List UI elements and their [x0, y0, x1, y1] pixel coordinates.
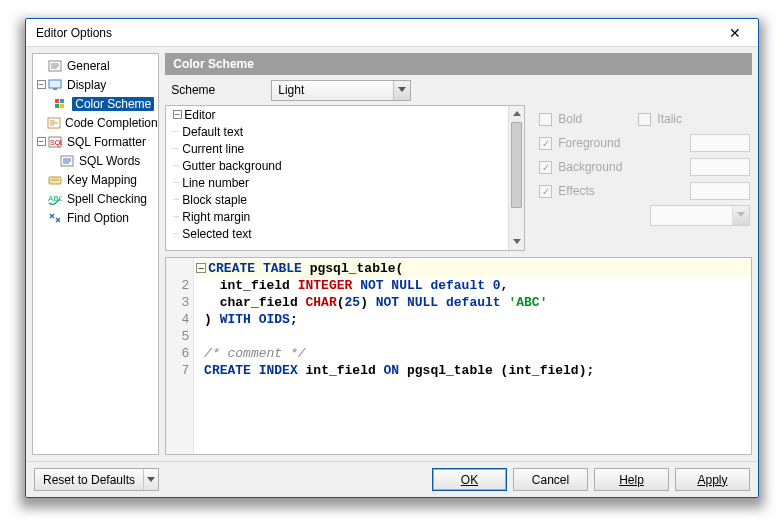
scrollbar[interactable] [508, 106, 524, 250]
sql-formatter-icon: SQL [47, 135, 63, 149]
fold-icon[interactable]: − [196, 263, 206, 273]
color-scheme-icon [54, 97, 68, 111]
apply-button[interactable]: Apply [675, 468, 750, 491]
expand-icon[interactable]: − [35, 80, 47, 89]
tree-item-find-option[interactable]: Find Option [33, 208, 158, 227]
general-icon [47, 59, 63, 73]
tree-item-color-scheme[interactable]: Color Scheme [33, 94, 158, 113]
effects-checkbox[interactable]: ✓Effects [539, 184, 622, 198]
element-item[interactable]: ┈Current line [166, 140, 508, 157]
section-header: Color Scheme [165, 53, 752, 75]
tree-item-code-completion[interactable]: Code Completion [33, 113, 158, 132]
element-item[interactable]: ┈Line number [166, 174, 508, 191]
elements-list[interactable]: −Editor ┈Default text ┈Current line ┈Gut… [165, 105, 525, 251]
line-gutter: 2 3 4 5 6 7 [166, 258, 194, 454]
chevron-down-icon [732, 206, 749, 225]
category-tree[interactable]: General − Display Color Scheme Code Comp… [32, 53, 159, 455]
effects-color[interactable] [690, 182, 750, 200]
scroll-up-icon[interactable] [509, 106, 524, 122]
find-option-icon [47, 211, 63, 225]
tree-item-general[interactable]: General [33, 56, 158, 75]
svg-text:SQL: SQL [50, 139, 62, 147]
foreground-checkbox[interactable]: ✓Foreground [539, 136, 622, 150]
element-group-editor[interactable]: −Editor [166, 106, 508, 123]
svg-rect-8 [55, 104, 59, 108]
key-mapping-icon [47, 173, 63, 187]
svg-rect-5 [53, 88, 57, 90]
spell-checking-icon: ABC [47, 192, 63, 206]
chevron-down-icon [393, 81, 410, 100]
content-pane: Color Scheme Scheme Light −Editor ┈Defau… [165, 53, 752, 455]
tree-item-sql-formatter[interactable]: − SQL SQL Formatter [33, 132, 158, 151]
reset-defaults-button[interactable]: Reset to Defaults [34, 468, 159, 491]
help-button[interactable]: Help [594, 468, 669, 491]
chevron-down-icon[interactable] [143, 469, 158, 490]
element-item[interactable]: ┈Block staple [166, 191, 508, 208]
scroll-down-icon[interactable] [509, 234, 524, 250]
element-item[interactable]: ┈Selected text [166, 225, 508, 242]
element-item[interactable]: ┈Right margin [166, 208, 508, 225]
element-item[interactable]: ┈Gutter background [166, 157, 508, 174]
foreground-color[interactable] [690, 134, 750, 152]
background-checkbox[interactable]: ✓Background [539, 160, 622, 174]
cancel-button[interactable]: Cancel [513, 468, 588, 491]
code-preview: 2 3 4 5 6 7 −CREATE TABLE pgsql_table( i… [165, 257, 752, 455]
element-item[interactable]: ┈Default text [166, 123, 508, 140]
scroll-thumb[interactable] [511, 122, 522, 208]
tree-item-sql-words[interactable]: SQL Words [33, 151, 158, 170]
style-options: Bold Italic ✓Foreground ✓Background ✓Eff… [531, 105, 752, 251]
bold-checkbox[interactable]: Bold [539, 112, 622, 126]
expand-icon[interactable]: − [35, 137, 47, 146]
italic-checkbox[interactable]: Italic [638, 112, 682, 126]
scheme-dropdown[interactable]: Light [271, 80, 411, 101]
svg-rect-6 [55, 99, 59, 103]
svg-rect-7 [60, 99, 64, 103]
svg-text:ABC: ABC [48, 194, 62, 203]
close-button[interactable]: ✕ [718, 22, 752, 44]
display-icon [47, 78, 63, 92]
tree-item-key-mapping[interactable]: Key Mapping [33, 170, 158, 189]
code-area[interactable]: −CREATE TABLE pgsql_table( int_field INT… [194, 258, 751, 454]
tree-item-display[interactable]: − Display [33, 75, 158, 94]
editor-options-dialog: Editor Options ✕ General − Display Color… [25, 18, 759, 498]
dialog-footer: Reset to Defaults OK Cancel Help Apply [26, 461, 758, 497]
dialog-title: Editor Options [36, 26, 718, 40]
svg-rect-9 [60, 104, 64, 108]
tree-item-spell-checking[interactable]: ABC Spell Checking [33, 189, 158, 208]
sql-words-icon [59, 154, 75, 168]
code-completion-icon [47, 116, 61, 130]
ok-button[interactable]: OK [432, 468, 507, 491]
scheme-label: Scheme [171, 83, 271, 97]
svg-rect-4 [49, 80, 61, 88]
titlebar: Editor Options ✕ [26, 19, 758, 47]
effects-dropdown[interactable] [650, 205, 750, 226]
background-color[interactable] [690, 158, 750, 176]
